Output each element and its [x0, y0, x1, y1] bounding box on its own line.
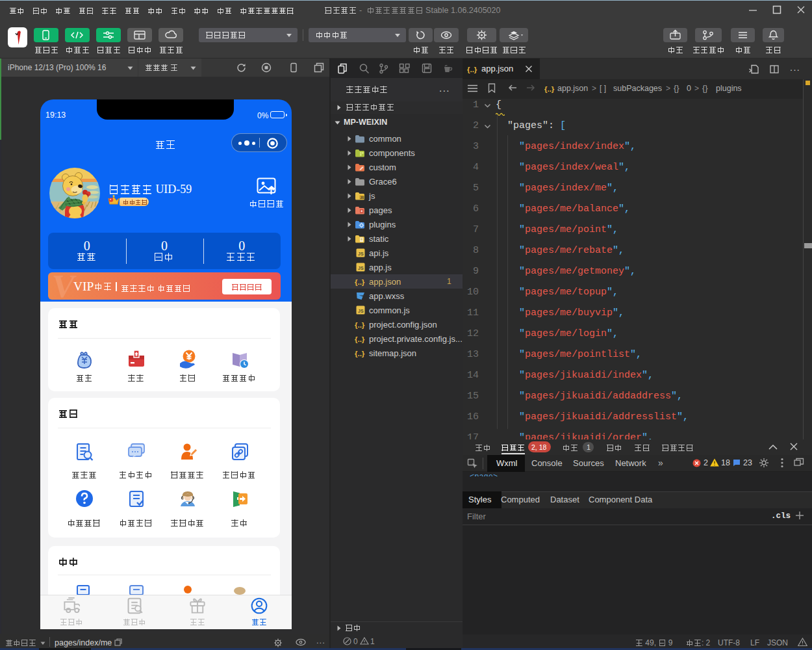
svg-text:JS: JS [358, 266, 364, 270]
svg-text:{..}: {..} [544, 85, 555, 93]
svg-text:{..}: {..} [355, 335, 365, 343]
svg-text:JS: JS [358, 252, 364, 256]
svg-text:{..}: {..} [355, 278, 365, 286]
svg-text:JS: JS [358, 309, 364, 313]
svg-text:{..}: {..} [355, 350, 365, 358]
svg-text:{..}: {..} [467, 66, 477, 73]
svg-text:{..}: {..} [355, 321, 365, 329]
svg-text:JS: JS [360, 196, 364, 200]
